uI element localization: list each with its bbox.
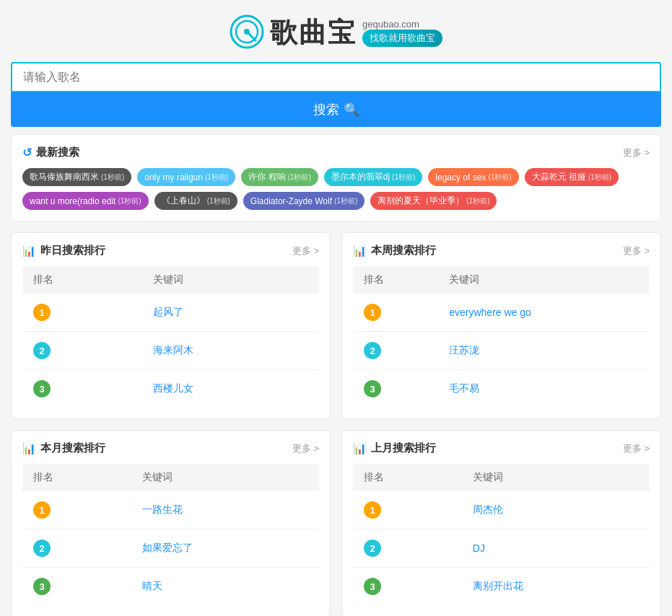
rank-num-cell: 1 [353, 294, 438, 332]
logo-text: 歌曲宝 [270, 14, 357, 51]
rank-keyword-cell: DJ [462, 529, 650, 568]
col-keyword: 关键词 [438, 266, 650, 294]
rank-header-last_month: 📊 上月搜索排行 更多 > [353, 441, 650, 455]
history-icon: ↺ [22, 146, 32, 159]
keyword-link-last_month-0[interactable]: 周杰伦 [473, 503, 503, 515]
keyword-link-month-0[interactable]: 一路生花 [142, 503, 183, 515]
rank-keyword-cell: 起风了 [142, 294, 319, 332]
rank-keyword-cell: 晴天 [131, 568, 319, 606]
rank-table-header: 排名 关键词 [353, 266, 650, 294]
keyword-link-month-1[interactable]: 如果爱忘了 [142, 542, 193, 553]
recent-tag-5[interactable]: 大蒜乾元 祖娅(1秒前) [525, 168, 619, 186]
col-rank: 排名 [353, 266, 438, 294]
keyword-link-week-1[interactable]: 汪苏泷 [449, 344, 479, 356]
rank-title-yesterday: 📊 昨日搜索排行 [22, 244, 105, 258]
rank-table-last_month: 排名 关键词 1 周杰伦 2 DJ 3 离别开出花 [353, 464, 650, 605]
recent-tag-0[interactable]: 歌马傣族舞南西米(1秒前) [22, 168, 131, 186]
rank-badge-3: 3 [364, 380, 381, 397]
rank-title-week: 📊 本周搜索排行 [353, 244, 436, 258]
recent-tag-9[interactable]: 离别的夏天（毕业季）(1秒前) [370, 192, 497, 210]
rank-keyword-cell: everywhere we go [438, 294, 650, 332]
col-rank: 排名 [353, 464, 462, 491]
recent-header: ↺ 最新搜索 更多 > [22, 146, 650, 159]
rankings-grid: 📊 昨日搜索排行 更多 > 排名 关键词 1 起风了 2 海来阿木 3 [11, 232, 661, 616]
rank-table-header: 排名 关键词 [22, 266, 319, 294]
rank-table-week: 排名 关键词 1 everywhere we go 2 汪苏泷 3 毛不易 [353, 266, 650, 408]
rank-num-cell: 3 [22, 568, 131, 606]
rank-more-month[interactable]: 更多 > [292, 442, 319, 455]
recent-more-link[interactable]: 更多 > [623, 146, 650, 159]
search-section: 搜索 🔍 [11, 62, 661, 127]
keyword-link-last_month-1[interactable]: DJ [473, 542, 485, 554]
logo-icon-wrap [230, 14, 264, 51]
rank-row-week-1: 2 汪苏泷 [353, 332, 650, 370]
keyword-link-week-0[interactable]: everywhere we go [449, 307, 531, 318]
rank-num-cell: 2 [22, 529, 131, 568]
rank-badge-1: 1 [33, 501, 51, 519]
rank-badge-2: 2 [364, 342, 381, 359]
rank-keyword-cell: 一路生花 [131, 491, 319, 529]
rank-row-month-1: 2 如果爱忘了 [22, 529, 319, 568]
recent-tag-4[interactable]: legacy of sex(1秒前) [428, 168, 518, 186]
chart-icon-yesterday: 📊 [22, 245, 36, 258]
rank-row-yesterday-0: 1 起风了 [22, 294, 319, 332]
search-input[interactable] [23, 71, 649, 84]
col-keyword: 关键词 [462, 464, 650, 491]
rank-more-yesterday[interactable]: 更多 > [292, 245, 319, 258]
rank-num-cell: 3 [353, 568, 462, 606]
keyword-link-last_month-2[interactable]: 离别开出花 [473, 580, 523, 591]
col-rank: 排名 [22, 464, 131, 491]
svg-line-3 [247, 32, 256, 40]
rank-badge-2: 2 [33, 540, 51, 557]
col-rank: 排名 [22, 266, 142, 294]
keyword-link-yesterday-1[interactable]: 海来阿木 [153, 344, 193, 356]
rank-keyword-cell: 毛不易 [438, 370, 650, 408]
recent-tag-1[interactable]: only my railgun(1秒前) [137, 168, 235, 186]
rank-card-week: 📊 本周搜索排行 更多 > 排名 关键词 1 everywhere we go … [341, 232, 661, 419]
rank-row-last_month-1: 2 DJ [353, 529, 650, 568]
rank-card-month: 📊 本月搜索排行 更多 > 排名 关键词 1 一路生花 2 如果爱忘了 3 [11, 430, 331, 616]
rank-keyword-cell: 周杰伦 [462, 491, 650, 529]
rank-table-header: 排名 关键词 [353, 464, 650, 491]
rank-header-month: 📊 本月搜索排行 更多 > [22, 441, 319, 455]
rank-more-week[interactable]: 更多 > [623, 245, 650, 258]
rank-row-week-2: 3 毛不易 [353, 370, 650, 408]
rank-card-yesterday: 📊 昨日搜索排行 更多 > 排名 关键词 1 起风了 2 海来阿木 3 [11, 232, 331, 419]
keyword-link-month-2[interactable]: 晴天 [142, 580, 162, 591]
rank-badge-1: 1 [364, 501, 381, 519]
keyword-link-week-2[interactable]: 毛不易 [449, 382, 479, 394]
rank-badge-3: 3 [33, 578, 51, 595]
keyword-link-yesterday-2[interactable]: 西楼儿女 [153, 382, 193, 394]
rank-row-yesterday-2: 3 西楼儿女 [22, 370, 319, 408]
rank-badge-2: 2 [364, 540, 381, 557]
rank-more-last_month[interactable]: 更多 > [623, 442, 650, 455]
recent-tag-6[interactable]: want u more(radio edit(1秒前) [22, 192, 149, 210]
keyword-link-yesterday-0[interactable]: 起风了 [153, 306, 183, 317]
recent-tag-2[interactable]: 许你 程响(1秒前) [241, 168, 318, 186]
page-container: 歌曲宝 gequbao.com 找歌就用歌曲宝 搜索 🔍 ↺ 最新搜索 更多 >… [0, 0, 672, 616]
rank-row-month-2: 3 晴天 [22, 568, 319, 606]
recent-tag-7[interactable]: 《上春山》(1秒前) [154, 192, 237, 210]
rank-keyword-cell: 西楼儿女 [142, 370, 319, 408]
col-keyword: 关键词 [142, 266, 319, 294]
recent-tag-3[interactable]: 墨尔本的翡翠dj(1秒前) [324, 168, 423, 186]
rank-table-month: 排名 关键词 1 一路生花 2 如果爱忘了 3 晴天 [22, 464, 319, 605]
search-button[interactable]: 搜索 🔍 [11, 92, 661, 127]
rank-num-cell: 2 [22, 332, 142, 370]
rank-table-header: 排名 关键词 [22, 464, 319, 491]
search-input-wrap [11, 62, 661, 92]
rank-row-yesterday-1: 2 海来阿木 [22, 332, 319, 370]
rank-badge-1: 1 [364, 304, 381, 321]
recent-tag-8[interactable]: Gladiator-Zayde Wolf(1秒前) [243, 192, 365, 210]
rank-num-cell: 3 [22, 370, 142, 408]
rank-title-last_month: 📊 上月搜索排行 [353, 441, 436, 455]
rank-num-cell: 3 [353, 370, 438, 408]
rank-keyword-cell: 如果爱忘了 [131, 529, 319, 568]
rank-num-cell: 1 [353, 491, 462, 529]
rank-card-last_month: 📊 上月搜索排行 更多 > 排名 关键词 1 周杰伦 2 DJ 3 [341, 430, 661, 616]
rank-num-cell: 2 [353, 332, 438, 370]
recent-tags: 歌马傣族舞南西米(1秒前)only my railgun(1秒前)许你 程响(1… [22, 168, 650, 210]
logo-slogan: 找歌就用歌曲宝 [362, 30, 442, 47]
rank-num-cell: 1 [22, 491, 131, 529]
rank-keyword-cell: 汪苏泷 [438, 332, 650, 370]
